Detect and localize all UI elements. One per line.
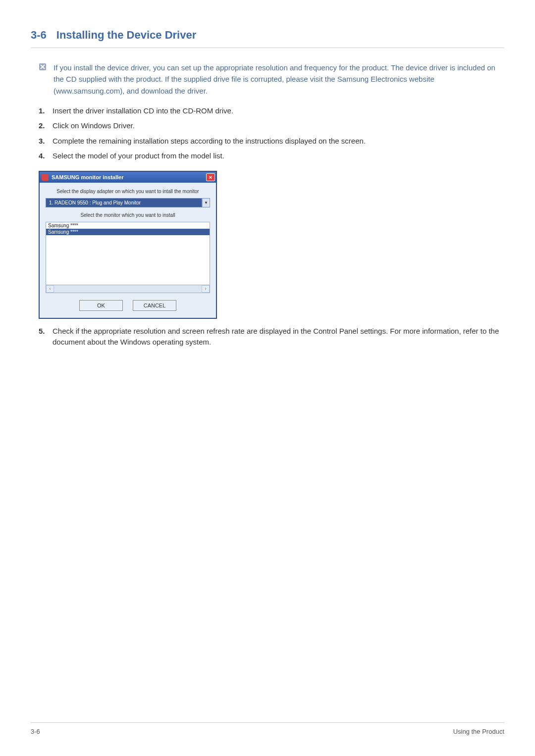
section-number: 3-6	[31, 29, 47, 42]
list-item[interactable]: Samsung ****	[46, 229, 210, 235]
list-item[interactable]: Samsung ****	[46, 222, 210, 229]
step-item: Insert the driver installation CD into t…	[39, 105, 504, 117]
adapter-dropdown[interactable]: 1. RADEON 9550 : Plug and Play Monitor ▼	[46, 198, 210, 207]
ok-button[interactable]: OK	[79, 300, 123, 311]
app-icon	[42, 174, 49, 181]
adapter-dropdown-value: 1. RADEON 9550 : Plug and Play Monitor	[46, 198, 202, 207]
installer-title-text: SAMSUNG monitor installer	[52, 174, 123, 180]
info-icon	[39, 63, 47, 71]
footer-page-number: 3-6	[31, 728, 40, 735]
installer-buttons: OK CANCEL	[46, 300, 210, 311]
footer-section-name: Using the Product	[453, 728, 504, 735]
monitor-label: Select the monitor which you want to ins…	[46, 212, 210, 218]
installer-titlebar: SAMSUNG monitor installer ×	[40, 172, 216, 183]
monitor-list[interactable]: Samsung **** Samsung ****	[46, 222, 210, 285]
step-item: Check if the appropriate resolution and …	[39, 326, 504, 348]
note-block: If you install the device driver, you ca…	[39, 62, 504, 97]
step-item: Select the model of your product from th…	[39, 151, 504, 162]
step-item: Complete the remaining installation step…	[39, 136, 504, 147]
installer-window: SAMSUNG monitor installer × Select the d…	[39, 171, 217, 319]
step-item: Click on Windows Driver.	[39, 120, 504, 132]
installer-title-left: SAMSUNG monitor installer	[42, 174, 123, 181]
scroll-right-icon[interactable]: ›	[202, 285, 210, 293]
section-header: 3-6 Installing the Device Driver	[31, 29, 504, 48]
scroll-track[interactable]	[54, 285, 202, 293]
note-text: If you install the device driver, you ca…	[54, 62, 504, 97]
installer-body: Select the display adapter on which you …	[40, 183, 216, 318]
close-button[interactable]: ×	[206, 173, 215, 181]
scroll-left-icon[interactable]: ‹	[46, 285, 54, 293]
page-footer: 3-6 Using the Product	[31, 722, 504, 735]
adapter-label: Select the display adapter on which you …	[46, 189, 210, 194]
chevron-down-icon[interactable]: ▼	[202, 198, 210, 207]
section-title: Installing the Device Driver	[56, 29, 196, 42]
horizontal-scrollbar[interactable]: ‹ ›	[46, 285, 210, 293]
cancel-button[interactable]: CANCEL	[133, 300, 176, 311]
steps-list-continued: Check if the appropriate resolution and …	[39, 326, 504, 348]
steps-list: Insert the driver installation CD into t…	[39, 105, 504, 162]
